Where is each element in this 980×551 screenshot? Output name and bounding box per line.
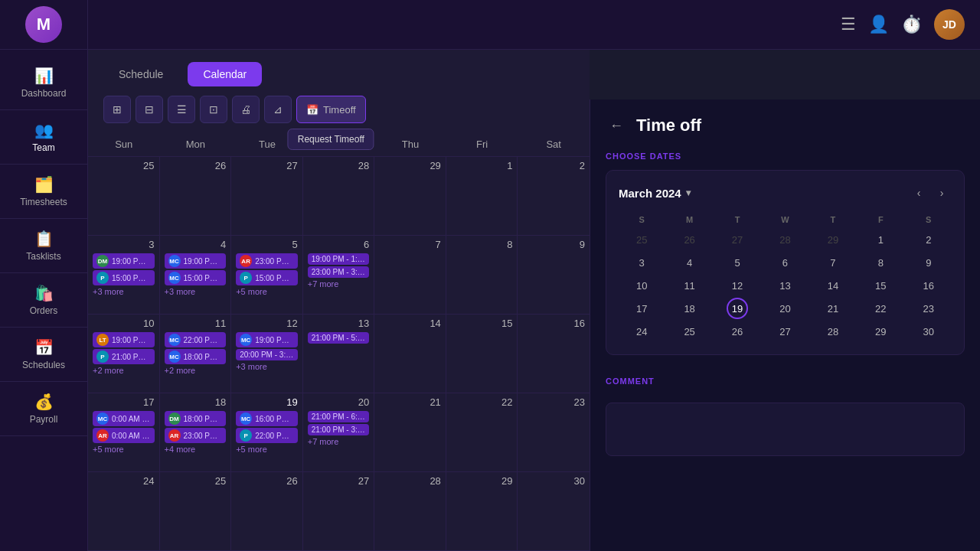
cal-cell[interactable]: 1321:00 PM - 5:0... xyxy=(303,315,375,393)
split-icon-btn[interactable]: ⊡ xyxy=(200,96,227,123)
mini-cal-day[interactable]: 30 xyxy=(918,321,939,342)
mini-cal-day[interactable]: 7 xyxy=(822,252,844,273)
mini-cal-day[interactable]: 24 xyxy=(631,321,652,342)
shift-bar[interactable]: 21:00 PM - 6:0... xyxy=(308,411,370,422)
cal-cell[interactable]: 11MC22:00 PM - 5:00 AMMC18:00 PM - 20:00… xyxy=(160,315,232,393)
cal-cell[interactable]: 18DM18:00 PM - 2:00 AMAR23:00 PM - 5:00 … xyxy=(160,393,232,472)
mini-cal-day[interactable]: 28 xyxy=(774,229,795,250)
more-shifts[interactable]: +3 more xyxy=(93,287,155,296)
cal-cell[interactable]: 1 xyxy=(446,157,518,236)
shift-bar[interactable]: P15:00 PM - 21:00 PM xyxy=(93,270,155,285)
mini-cal-day[interactable]: 28 xyxy=(822,321,844,342)
cal-cell[interactable]: 28 xyxy=(374,472,446,551)
timeoff-button[interactable]: 📅 Timeoff Request Timeoff xyxy=(296,96,366,123)
shift-bar[interactable]: MC19:00 PM - 21:00 P... xyxy=(236,332,298,347)
shift-bar[interactable]: P21:00 PM - 4:00 AM xyxy=(93,349,155,364)
more-shifts[interactable]: +7 more xyxy=(308,279,370,289)
sidebar-item-tasklists[interactable]: 📋 Tasklists xyxy=(0,219,87,273)
more-shifts[interactable]: +5 more xyxy=(236,287,298,296)
mini-cal-day[interactable]: 26 xyxy=(679,229,701,250)
more-shifts[interactable]: +2 more xyxy=(93,366,155,375)
cal-cell[interactable]: 16 xyxy=(518,315,590,393)
shift-bar[interactable]: MC19:00 PM - 3:00 AM xyxy=(165,253,227,269)
mini-cal-day[interactable]: 21 xyxy=(822,298,844,319)
table-icon-btn[interactable]: ⊟ xyxy=(136,96,163,123)
mini-cal-day[interactable]: 23 xyxy=(918,298,939,319)
cal-cell[interactable]: 27 xyxy=(231,157,303,236)
cal-cell[interactable]: 15 xyxy=(446,315,518,393)
sidebar-item-timesheets[interactable]: 🗂️ Timesheets xyxy=(0,165,87,219)
mini-cal-day[interactable]: 29 xyxy=(822,229,844,250)
cal-cell[interactable]: 29 xyxy=(374,157,446,236)
more-shifts[interactable]: +4 more xyxy=(165,445,227,454)
more-shifts[interactable]: +2 more xyxy=(165,366,227,375)
shift-bar[interactable]: P15:00 PM - 21:00 P... xyxy=(236,270,298,285)
shift-bar[interactable]: DM19:00 PM - 1:00 AM xyxy=(93,253,155,269)
mini-cal-day[interactable]: 25 xyxy=(631,229,652,250)
mini-cal-day[interactable]: 25 xyxy=(679,321,701,342)
more-shifts[interactable]: +3 more xyxy=(236,362,298,371)
shift-bar[interactable]: 23:00 PM - 3:0... xyxy=(308,266,370,278)
list-icon-btn[interactable]: ☰ xyxy=(168,96,195,123)
mini-cal-day[interactable]: 22 xyxy=(870,298,891,319)
shift-bar[interactable]: 19:00 PM - 1:0... xyxy=(308,253,370,265)
cal-cell[interactable]: 23 xyxy=(518,393,590,472)
shift-bar[interactable]: AR23:00 PM - 2:00 AM xyxy=(236,253,298,269)
cal-cell[interactable]: 25 xyxy=(88,157,160,236)
cal-cell[interactable]: 24 xyxy=(88,472,160,551)
cal-cell[interactable]: 7 xyxy=(374,236,446,315)
timer-icon[interactable]: ⏱️ xyxy=(901,15,922,34)
cal-cell[interactable]: 26 xyxy=(231,472,303,551)
shift-bar[interactable]: MC18:00 PM - 20:00 P... xyxy=(165,349,227,364)
sidebar-item-payroll[interactable]: 💰 Payroll xyxy=(0,382,87,436)
mini-cal-day[interactable]: 14 xyxy=(822,275,844,296)
mini-cal-day[interactable]: 3 xyxy=(631,252,652,273)
cal-cell[interactable]: 21 xyxy=(374,393,446,472)
more-shifts[interactable]: +7 more xyxy=(308,437,370,446)
next-month-button[interactable]: › xyxy=(932,183,952,203)
app-logo[interactable]: M xyxy=(25,6,62,43)
cal-cell[interactable]: 2 xyxy=(518,157,590,236)
user-icon[interactable]: 👤 xyxy=(868,15,889,34)
shift-bar[interactable]: AR0:00 AM - 4:00 AM xyxy=(93,428,155,443)
cal-cell[interactable]: 25 xyxy=(160,472,232,551)
mini-cal-day[interactable]: 27 xyxy=(774,321,795,342)
cal-cell[interactable]: 12MC19:00 PM - 21:00 P...20:00 PM - 3:00… xyxy=(231,315,303,393)
print-icon-btn[interactable]: 🖨 xyxy=(232,96,260,123)
shift-bar[interactable]: MC0:00 AM - 7:00 AM xyxy=(93,411,155,426)
shift-bar[interactable]: DM18:00 PM - 2:00 AM xyxy=(165,411,227,426)
shift-bar[interactable]: 21:00 PM - 5:0... xyxy=(308,332,370,344)
mini-cal-day[interactable]: 4 xyxy=(679,252,701,273)
filter-icon-btn[interactable]: ⊿ xyxy=(264,96,292,123)
mini-cal-day[interactable]: 6 xyxy=(774,252,795,273)
cal-cell[interactable]: 9 xyxy=(518,236,590,315)
shift-bar[interactable]: AR23:00 PM - 5:00 AM xyxy=(165,428,227,443)
mini-cal-day[interactable]: 5 xyxy=(727,252,748,273)
comment-textarea[interactable] xyxy=(606,403,965,456)
tab-calendar[interactable]: Calendar xyxy=(188,62,262,86)
shift-bar[interactable]: LT19:00 PM - 5:00 AM xyxy=(93,332,155,347)
shift-bar[interactable]: MC15:00 PM - 20:00 P... xyxy=(165,270,227,285)
sidebar-item-team[interactable]: 👥 Team xyxy=(0,110,87,165)
mini-cal-day[interactable]: 29 xyxy=(870,321,891,342)
cal-cell[interactable]: 14 xyxy=(374,315,446,393)
mini-cal-day[interactable]: 9 xyxy=(918,252,939,273)
cal-cell[interactable]: 17MC0:00 AM - 7:00 AMAR0:00 AM - 4:00 AM… xyxy=(88,393,160,472)
mini-cal-day[interactable]: 26 xyxy=(727,321,748,342)
tab-schedule[interactable]: Schedule xyxy=(103,62,178,86)
mini-cal-day[interactable]: 20 xyxy=(774,298,795,319)
cal-cell[interactable]: 19MC16:00 PM - 1:00 AMP22:00 PM - 7:00 A… xyxy=(231,393,303,472)
mini-cal-day[interactable]: 10 xyxy=(631,275,652,296)
more-shifts[interactable]: +3 more xyxy=(165,287,227,296)
back-button[interactable]: ← xyxy=(606,115,627,136)
cal-cell[interactable]: 30 xyxy=(518,472,590,551)
mini-cal-day[interactable]: 11 xyxy=(679,275,701,296)
cal-cell[interactable]: 22 xyxy=(446,393,518,472)
shift-bar[interactable]: MC16:00 PM - 1:00 AM xyxy=(236,411,298,426)
shift-bar[interactable]: 20:00 PM - 3:00 AM xyxy=(236,349,298,360)
cal-cell[interactable]: 619:00 PM - 1:0...23:00 PM - 3:0...+7 mo… xyxy=(303,236,375,315)
sidebar-item-dashboard[interactable]: 📊 Dashboard xyxy=(0,56,87,110)
mini-cal-day[interactable]: 12 xyxy=(727,275,748,296)
cal-cell[interactable]: 3DM19:00 PM - 1:00 AMP15:00 PM - 21:00 P… xyxy=(88,236,160,315)
menu-icon[interactable]: ☰ xyxy=(841,15,856,34)
